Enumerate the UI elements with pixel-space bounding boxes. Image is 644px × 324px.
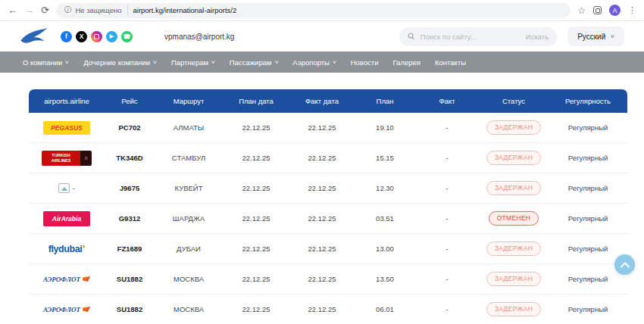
site-security-indicator[interactable]: ⓘ Не защищено <box>64 5 129 15</box>
plan-time: 12.30 <box>355 184 415 192</box>
instagram-icon[interactable] <box>91 31 102 42</box>
facebook-icon[interactable]: f <box>61 31 72 42</box>
status-badge: ЗАДЕРЖАН <box>486 120 541 135</box>
browser-menu-icon[interactable]: ⋮ <box>628 5 636 15</box>
table-row: АЭРОФЛОТ SU1882 МОСКВА 22.12.25 22.12.25… <box>29 294 627 324</box>
pegasus-airline-logo: PEGASUS <box>43 121 90 135</box>
col-status: Статус <box>479 97 549 105</box>
nav-item-gallery[interactable]: Галерея <box>392 58 420 67</box>
flight-number: J9675 <box>105 184 155 192</box>
whatsapp-icon[interactable]: ☎ <box>121 31 133 42</box>
plan-time: 06.01 <box>355 305 415 313</box>
route: КУВЕЙТ <box>155 184 223 192</box>
contact-email: vpmanas@airport.kg <box>164 33 234 41</box>
fact-time: - <box>415 305 479 313</box>
col-fact-time: Факт <box>415 97 479 105</box>
status-badge: ЗАДЕРЖАН <box>486 302 541 316</box>
aeroflot-flag-icon <box>83 307 90 312</box>
aeroflot-logo: АЭРОФЛОТ <box>43 276 90 283</box>
plan-date: 22.12.25 <box>223 305 289 313</box>
site-logo[interactable] <box>20 26 50 46</box>
col-flight: Рейс <box>105 97 155 105</box>
regularity: Регулярный <box>549 184 627 192</box>
regularity: Регулярный <box>549 154 627 162</box>
col-regularity: Регулярность <box>549 97 627 105</box>
extensions-icon[interactable] <box>593 6 602 14</box>
refresh-icon[interactable]: ⟳ <box>41 5 49 15</box>
table-header-row: airports.airline Рейс Маршрут План дата … <box>29 89 627 113</box>
table-row: TURKISH AIRLINES ○ TK346D СТАМБУЛ 22.12.… <box>29 143 627 173</box>
fact-time: - <box>415 123 479 132</box>
table-row: PEGASUS PC702 АЛМАТЫ 22.12.25 22.12.25 1… <box>29 113 627 143</box>
nav-item-company[interactable]: О компании ∨ <box>23 58 69 67</box>
table-row: АЭРОФЛОТ SU1882 МОСКВА 22.12.25 22.12.25… <box>29 264 627 294</box>
regularity: Регулярный <box>549 245 627 253</box>
fact-date: 22.12.25 <box>289 214 355 223</box>
x-icon[interactable]: X <box>76 31 87 42</box>
forward-icon[interactable]: → <box>24 5 34 15</box>
fact-date: 22.12.25 <box>289 275 355 283</box>
fact-date: 22.12.25 <box>289 245 355 253</box>
fact-time: - <box>415 214 479 223</box>
browser-toolbar: ← → ⟳ ⓘ Не защищено airport.kg/internati… <box>0 0 644 21</box>
language-selector[interactable]: Русский ∨ <box>567 26 624 46</box>
turkish-emblem-icon: ○ <box>80 151 92 166</box>
table-row: flydubai FZ1689 ДУБАИ 22.12.25 22.12.25 … <box>29 234 627 264</box>
flight-number: G9312 <box>105 214 155 223</box>
fact-time: - <box>415 245 479 253</box>
telegram-icon[interactable]: ▶ <box>106 31 117 42</box>
not-secure-label: Не защищено <box>75 6 121 14</box>
plan-time: 15.15 <box>355 154 415 162</box>
table-row: - J9675 КУВЕЙТ 22.12.25 22.12.25 12.30 -… <box>29 173 627 204</box>
search-input[interactable] <box>420 33 521 41</box>
nav-item-airports[interactable]: Аэропорты ∨ <box>292 58 336 67</box>
flight-number: TK346D <box>105 154 155 162</box>
airarabia-logo: AirArabia <box>43 211 90 226</box>
route: ДУБАИ <box>155 245 223 253</box>
plan-date: 22.12.25 <box>223 184 289 192</box>
flight-number: SU1882 <box>105 305 155 313</box>
nav-item-contacts[interactable]: Контакты <box>435 58 466 67</box>
address-bar[interactable]: ⓘ Не защищено airport.kg/international-a… <box>56 3 571 18</box>
nav-item-partners[interactable]: Партнерам ∨ <box>171 58 215 67</box>
status-badge: ЗАДЕРЖАН <box>486 272 541 286</box>
fact-date: 22.12.25 <box>289 305 355 313</box>
col-plan-time: План <box>355 97 415 105</box>
plan-time: 19.10 <box>355 123 415 132</box>
route: МОСКВА <box>155 305 223 313</box>
fact-time: - <box>415 184 479 192</box>
nav-item-news[interactable]: Новости <box>351 58 379 67</box>
not-secure-icon: ⓘ <box>64 5 72 15</box>
chevron-down-icon: ∨ <box>274 59 280 65</box>
aeroflot-flag-icon <box>83 276 90 282</box>
status-badge: ЗАДЕРЖАН <box>486 241 541 256</box>
fact-time: - <box>415 275 479 283</box>
plan-time: 13.00 <box>355 245 415 253</box>
plan-date: 22.12.25 <box>223 154 289 162</box>
status-badge: ЗАДЕРЖАН <box>486 151 541 165</box>
plan-time: 03.51 <box>355 214 415 223</box>
search-submit-button[interactable]: Искать <box>526 33 549 41</box>
bookmark-star-icon[interactable]: ☆ <box>577 5 586 16</box>
regularity: Регулярный <box>549 305 627 313</box>
plan-date: 22.12.25 <box>223 214 289 223</box>
table-row: AirArabia G9312 ШАРДЖА 22.12.25 22.12.25… <box>29 204 627 234</box>
site-search: Искать <box>399 27 557 46</box>
turkish-airlines-logo: TURKISH AIRLINES ○ <box>42 151 92 166</box>
col-route: Маршрут <box>155 97 223 105</box>
regularity: Регулярный <box>549 275 627 283</box>
scroll-to-top-button[interactable] <box>614 254 635 275</box>
back-icon[interactable]: ← <box>8 5 17 15</box>
broken-image-icon <box>58 183 70 193</box>
col-plan-date: План дата <box>223 97 289 105</box>
nav-item-subsidiaries[interactable]: Дочерние компании ∨ <box>83 58 157 67</box>
chevron-down-icon: ∨ <box>610 33 615 39</box>
chevron-down-icon: ∨ <box>152 59 158 65</box>
regularity: Регулярный <box>549 214 627 223</box>
nav-item-passengers[interactable]: Пассажирам ∨ <box>230 58 278 67</box>
flydubai-dot-icon <box>83 245 85 248</box>
search-icon <box>408 33 415 40</box>
flight-number: PC702 <box>105 123 155 132</box>
profile-avatar[interactable]: A <box>609 5 621 16</box>
airline-logo-alt: - <box>72 184 74 192</box>
